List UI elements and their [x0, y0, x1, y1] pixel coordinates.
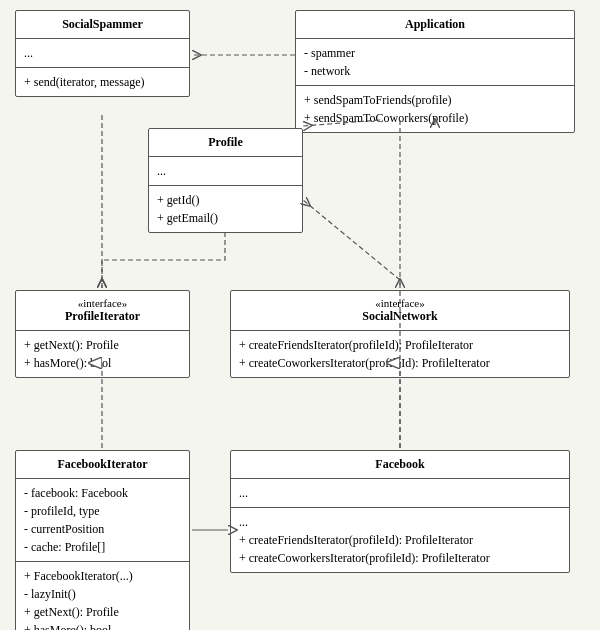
- ss-method-1: + send(iterator, message): [24, 73, 181, 91]
- fi-method-3: + getNext(): Profile: [24, 603, 181, 621]
- profile-to-pi-arrow: [102, 232, 225, 288]
- application-box: Application - spammer - network + sendSp…: [295, 10, 575, 133]
- facebook-iterator-box: FacebookIterator - facebook: Facebook - …: [15, 450, 190, 630]
- sn-method-2: + createCoworkersIterator(profileId): Pr…: [239, 354, 561, 372]
- social-spammer-methods: + send(iterator, message): [16, 68, 189, 96]
- profile-iterator-stereotype: «interface»: [24, 297, 181, 309]
- facebook-iterator-fields: - facebook: Facebook - profileId, type -…: [16, 479, 189, 562]
- application-label: Application: [405, 17, 465, 31]
- app-method-1: + sendSpamToFriends(profile): [304, 91, 566, 109]
- profile-iterator-label: ProfileIterator: [65, 309, 140, 323]
- social-spammer-fields: ...: [16, 39, 189, 68]
- social-spammer-box: SocialSpammer ... + send(iterator, messa…: [15, 10, 190, 97]
- profile-box: Profile ... + getId() + getEmail(): [148, 128, 303, 233]
- profile-label: Profile: [208, 135, 242, 149]
- social-network-box: «interface» SocialNetwork + createFriend…: [230, 290, 570, 378]
- fi-method-1: + FacebookIterator(...): [24, 567, 181, 585]
- app-field-1: - spammer: [304, 44, 566, 62]
- prof-method-1: + getId(): [157, 191, 294, 209]
- prof-method-2: + getEmail(): [157, 209, 294, 227]
- profile-iterator-methods: + getNext(): Profile + hasMore(): bool: [16, 331, 189, 377]
- social-network-stereotype: «interface»: [239, 297, 561, 309]
- fi-field-1: - facebook: Facebook: [24, 484, 181, 502]
- social-network-methods: + createFriendsIterator(profileId): Prof…: [231, 331, 569, 377]
- facebook-fields: ...: [231, 479, 569, 508]
- fi-field-2: - profileId, type: [24, 502, 181, 520]
- social-network-title: «interface» SocialNetwork: [231, 291, 569, 331]
- uml-diagram: SocialSpammer ... + send(iterator, messa…: [0, 0, 600, 630]
- facebook-methods: ... + createFriendsIterator(profileId): …: [231, 508, 569, 572]
- social-network-label: SocialNetwork: [362, 309, 437, 323]
- prof-field-1: ...: [157, 162, 294, 180]
- ss-field-1: ...: [24, 44, 181, 62]
- fi-method-4: + hasMore(): bool: [24, 621, 181, 630]
- facebook-title: Facebook: [231, 451, 569, 479]
- pi-method-1: + getNext(): Profile: [24, 336, 181, 354]
- social-spammer-label: SocialSpammer: [62, 17, 143, 31]
- app-method-2: + sendSpamToCoworkers(profile): [304, 109, 566, 127]
- application-title: Application: [296, 11, 574, 39]
- social-spammer-title: SocialSpammer: [16, 11, 189, 39]
- profile-fields: ...: [149, 157, 302, 186]
- fi-field-4: - cache: Profile[]: [24, 538, 181, 556]
- facebook-label: Facebook: [375, 457, 424, 471]
- fb-method-0: ...: [239, 513, 561, 531]
- sn-method-1: + createFriendsIterator(profileId): Prof…: [239, 336, 561, 354]
- facebook-iterator-title: FacebookIterator: [16, 451, 189, 479]
- facebook-box: Facebook ... ... + createFriendsIterator…: [230, 450, 570, 573]
- facebook-iterator-label: FacebookIterator: [58, 457, 148, 471]
- application-methods: + sendSpamToFriends(profile) + sendSpamT…: [296, 86, 574, 132]
- pi-method-2: + hasMore(): bool: [24, 354, 181, 372]
- profile-methods: + getId() + getEmail(): [149, 186, 302, 232]
- profile-iterator-title: «interface» ProfileIterator: [16, 291, 189, 331]
- facebook-iterator-methods: + FacebookIterator(...) - lazyInit() + g…: [16, 562, 189, 630]
- app-field-2: - network: [304, 62, 566, 80]
- application-fields: - spammer - network: [296, 39, 574, 86]
- fb-field-1: ...: [239, 484, 561, 502]
- profile-iterator-box: «interface» ProfileIterator + getNext():…: [15, 290, 190, 378]
- fb-method-1: + createFriendsIterator(profileId): Prof…: [239, 531, 561, 549]
- fi-field-3: - currentPosition: [24, 520, 181, 538]
- profile-title: Profile: [149, 129, 302, 157]
- fb-method-2: + createCoworkersIterator(profileId): Pr…: [239, 549, 561, 567]
- fi-method-2: - lazyInit(): [24, 585, 181, 603]
